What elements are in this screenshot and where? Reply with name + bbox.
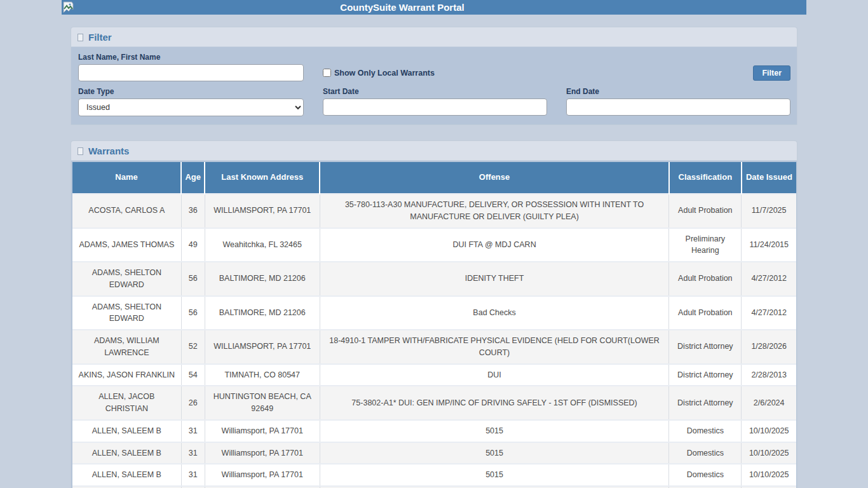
cell-date_issued: 11/24/2015: [742, 228, 796, 262]
cell-offense: Bad Checks: [320, 296, 668, 330]
cell-date_issued: 4/27/2012: [742, 262, 796, 296]
page-title: CountySuite Warrant Portal: [62, 2, 743, 13]
cell-classification: Domestics: [669, 442, 742, 464]
cell-address: HUNTINGTON BEACH, CA 92649: [205, 386, 320, 420]
date-type-label: Date Type: [78, 87, 304, 96]
cell-age: 49: [181, 228, 205, 262]
cell-offense: 35-780-113-A30 MANUFACTURE, DELIVERY, OR…: [320, 194, 668, 228]
table-header-row: NameAgeLast Known AddressOffenseClassifi…: [72, 162, 796, 194]
cell-name: ACOSTA, CARLOS A: [72, 194, 181, 228]
cell-date_issued: 2/28/2013: [742, 364, 796, 386]
cell-name: ADAMS, WILLIAM LAWRENCE: [72, 330, 181, 364]
cell-age: 26: [181, 386, 205, 420]
cell-offense: DUI: [320, 364, 668, 386]
warrants-panel: Warrants NameAgeLast Known AddressOffens…: [71, 140, 797, 488]
table-row: ALLEN, SALEEM B31Williamsport, PA 177015…: [72, 442, 796, 464]
local-warrants-checkbox[interactable]: [323, 69, 331, 77]
warrants-table: NameAgeLast Known AddressOffenseClassifi…: [72, 162, 796, 488]
table-row: ALLEN, SALEEM B31Williamsport, PA 177015…: [72, 420, 796, 442]
cell-name: AKINS, JASON FRANKLIN: [72, 364, 181, 386]
column-header-name: Name: [72, 162, 181, 194]
broken-image-icon: [78, 147, 83, 155]
column-header-address: Last Known Address: [205, 162, 320, 194]
cell-address: WILLIAMSPORT, PA 17701: [205, 194, 320, 228]
cell-offense: IDENITY THEFT: [320, 262, 668, 296]
cell-address: Williamsport, PA 17701: [205, 420, 320, 442]
cell-classification: Adult Probation: [669, 262, 742, 296]
start-date-label: Start Date: [323, 87, 547, 96]
cell-age: 31: [181, 464, 205, 486]
cell-age: 52: [181, 330, 205, 364]
date-type-select[interactable]: Issued: [78, 98, 304, 116]
cell-date_issued: 2/6/2024: [742, 386, 796, 420]
table-row: ADAMS, WILLIAM LAWRENCE52WILLIAMSPORT, P…: [72, 330, 796, 364]
cell-address: WILLIAMSPORT, PA 17701: [205, 330, 320, 364]
cell-age: 31: [181, 420, 205, 442]
cell-date_issued: 10/10/2025: [742, 464, 796, 486]
cell-date_issued: 1/28/2026: [742, 330, 796, 364]
cell-date_issued: 4/27/2012: [742, 296, 796, 330]
name-search-input[interactable]: [78, 64, 304, 81]
start-date-input[interactable]: [323, 98, 547, 116]
warrants-panel-header: Warrants: [71, 141, 797, 161]
cell-address: BALTIMORE, MD 21206: [205, 262, 320, 296]
filter-panel: Filter Last Name, First Name Show Only L…: [71, 27, 797, 125]
end-date-input[interactable]: [566, 98, 790, 116]
end-date-label: End Date: [566, 87, 790, 96]
cell-age: 56: [181, 262, 205, 296]
cell-age: 31: [181, 442, 205, 464]
table-row: ADAMS, JAMES THOMAS49Weahitchka, FL 3246…: [72, 228, 796, 262]
cell-classification: Adult Probation: [669, 296, 742, 330]
table-row: ALLEN, JACOB CHRISTIAN26HUNTINGTON BEACH…: [72, 386, 796, 420]
cell-name: ADAMS, SHELTON EDWARD: [72, 296, 181, 330]
filter-panel-header: Filter: [71, 27, 797, 47]
cell-address: BALTIMORE, MD 21206: [205, 296, 320, 330]
column-header-age: Age: [181, 162, 205, 194]
filter-button[interactable]: Filter: [753, 65, 790, 81]
cell-address: Williamsport, PA 17701: [205, 464, 320, 486]
column-header-classification: Classification: [669, 162, 742, 194]
cell-name: ALLEN, SALEEM B: [72, 464, 181, 486]
top-header-bar: CountySuite Warrant Portal: [62, 0, 806, 15]
cell-classification: Domestics: [669, 420, 742, 442]
cell-classification: District Attorney: [669, 386, 742, 420]
spacer: [323, 53, 547, 64]
column-header-date_issued: Date Issued: [742, 162, 796, 194]
spacer: [566, 53, 790, 64]
warrants-panel-body: NameAgeLast Known AddressOffenseClassifi…: [71, 161, 797, 488]
cell-age: 54: [181, 364, 205, 386]
broken-image-icon: [78, 34, 83, 41]
cell-name: ALLEN, SALEEM B: [72, 420, 181, 442]
name-field-label: Last Name, First Name: [78, 53, 304, 62]
cell-offense: 5015: [320, 420, 668, 442]
cell-classification: Domestics: [669, 464, 742, 486]
cell-name: ALLEN, JACOB CHRISTIAN: [72, 386, 181, 420]
table-row: ADAMS, SHELTON EDWARD56BALTIMORE, MD 212…: [72, 262, 796, 296]
cell-name: ADAMS, JAMES THOMAS: [72, 228, 181, 262]
cell-classification: District Attorney: [669, 364, 742, 386]
cell-offense: DUI FTA @ MDJ CARN: [320, 228, 668, 262]
cell-age: 36: [181, 194, 205, 228]
local-warrants-checkbox-group: Show Only Local Warrants: [323, 64, 547, 81]
column-header-offense: Offense: [320, 162, 668, 194]
cell-classification: Adult Probation: [669, 194, 742, 228]
cell-address: Williamsport, PA 17701: [205, 442, 320, 464]
cell-offense: 5015: [320, 464, 668, 486]
cell-name: ALLEN, SALEEM B: [72, 442, 181, 464]
filter-panel-title: Filter: [88, 32, 112, 43]
cell-date_issued: 11/7/2025: [742, 194, 796, 228]
cell-name: ADAMS, SHELTON EDWARD: [72, 262, 181, 296]
cell-classification: District Attorney: [669, 330, 742, 364]
cell-classification: Preliminary Hearing: [669, 228, 742, 262]
warrants-panel-title: Warrants: [88, 146, 129, 156]
cell-age: 56: [181, 296, 205, 330]
cell-offense: 5015: [320, 442, 668, 464]
cell-offense: 18-4910-1 TAMPER WITH/FABRICATE PHYSICAL…: [320, 330, 668, 364]
local-warrants-label: Show Only Local Warrants: [334, 69, 435, 78]
table-row: ALLEN, SALEEM B31Williamsport, PA 177015…: [72, 464, 796, 486]
cell-offense: 75-3802-A1* DUI: GEN IMP/INC OF DRIVING …: [320, 386, 668, 420]
cell-address: TIMNATH, CO 80547: [205, 364, 320, 386]
table-row: AKINS, JASON FRANKLIN54TIMNATH, CO 80547…: [72, 364, 796, 386]
cell-date_issued: 10/10/2025: [742, 442, 796, 464]
cell-date_issued: 10/10/2025: [742, 420, 796, 442]
